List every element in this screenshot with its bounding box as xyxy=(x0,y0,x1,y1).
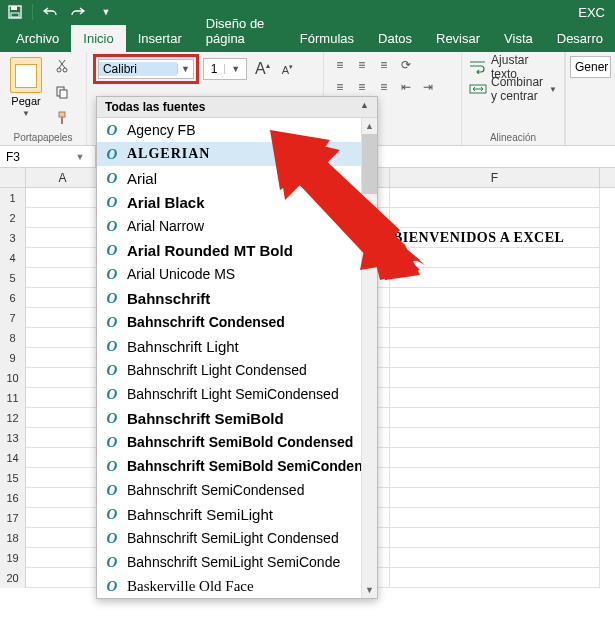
font-option[interactable]: OBahnschrift SemiBold xyxy=(97,406,377,430)
font-option[interactable]: OArial Unicode MS xyxy=(97,262,377,286)
indent-increase-button[interactable]: ⇥ xyxy=(418,78,438,96)
format-painter-button[interactable] xyxy=(50,108,74,128)
font-size-combo[interactable]: 1 ▼ xyxy=(203,58,247,80)
increase-font-button[interactable]: A▴ xyxy=(251,57,274,81)
align-middle-button[interactable]: ≡ xyxy=(352,56,372,74)
row-header[interactable]: 2 xyxy=(0,208,26,228)
font-option[interactable]: OBahnschrift Light Condensed xyxy=(97,358,377,382)
row-header[interactable]: 16 xyxy=(0,488,26,508)
cell[interactable] xyxy=(390,348,600,368)
cell[interactable] xyxy=(390,488,600,508)
cell[interactable] xyxy=(26,468,100,488)
cell[interactable] xyxy=(390,528,600,548)
align-right-button[interactable]: ≡ xyxy=(374,78,394,96)
font-option[interactable]: OBahnschrift SemiLight SemiConde xyxy=(97,550,377,574)
qat-customize-icon[interactable]: ▼ xyxy=(95,1,117,23)
cell[interactable] xyxy=(26,488,100,508)
font-option[interactable]: OBaskerville Old Face xyxy=(97,574,377,598)
cell[interactable] xyxy=(26,408,100,428)
tab-view[interactable]: Vista xyxy=(492,25,545,52)
row-header[interactable]: 7 xyxy=(0,308,26,328)
cut-button[interactable] xyxy=(50,56,74,76)
font-option[interactable]: OArial Rounded MT Bold xyxy=(97,238,377,262)
font-option[interactable]: OBahnschrift Condensed xyxy=(97,310,377,334)
copy-button[interactable] xyxy=(50,82,74,102)
scrollbar-thumb[interactable] xyxy=(362,134,377,194)
cell[interactable] xyxy=(390,328,600,348)
font-name-input[interactable] xyxy=(99,62,177,76)
cell[interactable] xyxy=(26,328,100,348)
font-option[interactable]: OArial Narrow xyxy=(97,214,377,238)
tab-formulas[interactable]: Fórmulas xyxy=(288,25,366,52)
tab-file[interactable]: Archivo xyxy=(4,25,71,52)
cell[interactable] xyxy=(390,468,600,488)
row-header[interactable]: 15 xyxy=(0,468,26,488)
font-option[interactable]: OBahnschrift Light SemiCondensed xyxy=(97,382,377,406)
save-icon[interactable] xyxy=(4,1,26,23)
tab-insert[interactable]: Insertar xyxy=(126,25,194,52)
cell[interactable] xyxy=(390,248,600,268)
row-header[interactable]: 9 xyxy=(0,348,26,368)
row-header[interactable]: 19 xyxy=(0,548,26,568)
font-option[interactable]: OBahnschrift SemiCondensed xyxy=(97,478,377,502)
cell[interactable] xyxy=(26,348,100,368)
row-header[interactable]: 18 xyxy=(0,528,26,548)
cell[interactable] xyxy=(390,428,600,448)
select-all-corner[interactable] xyxy=(0,168,26,187)
tab-developer[interactable]: Desarro xyxy=(545,25,615,52)
tab-layout[interactable]: Diseño de página xyxy=(194,10,288,52)
cell[interactable] xyxy=(26,388,100,408)
cell[interactable] xyxy=(390,188,600,208)
chevron-down-icon[interactable]: ▼ xyxy=(177,64,193,74)
cell[interactable] xyxy=(26,268,100,288)
row-header[interactable]: 13 xyxy=(0,428,26,448)
align-top-button[interactable]: ≡ xyxy=(330,56,350,74)
row-header[interactable]: 10 xyxy=(0,368,26,388)
font-option[interactable]: OBahnschrift SemiLight xyxy=(97,502,377,526)
scroll-up-button[interactable]: ▲ xyxy=(362,118,377,134)
tab-home[interactable]: Inicio xyxy=(71,25,125,52)
cell[interactable] xyxy=(26,308,100,328)
dropdown-scrollbar[interactable]: ▲ ▼ xyxy=(361,118,377,598)
font-option[interactable]: OBahnschrift SemiLight Condensed xyxy=(97,526,377,550)
row-header[interactable]: 12 xyxy=(0,408,26,428)
row-header[interactable]: 6 xyxy=(0,288,26,308)
cell[interactable] xyxy=(390,548,600,568)
col-header-a[interactable]: A xyxy=(26,168,100,187)
font-name-combo[interactable]: ▼ xyxy=(98,59,194,79)
tab-review[interactable]: Revisar xyxy=(424,25,492,52)
font-option[interactable]: OBahnschrift SemiBold SemiConden xyxy=(97,454,377,478)
number-format-combo[interactable]: Gener xyxy=(570,56,611,78)
font-option[interactable]: OBahnschrift Light xyxy=(97,334,377,358)
font-option[interactable]: OArial xyxy=(97,166,377,190)
align-left-button[interactable]: ≡ xyxy=(330,78,350,96)
cell[interactable] xyxy=(390,308,600,328)
row-header[interactable]: 8 xyxy=(0,328,26,348)
merge-center-button[interactable]: Combinar y centrar ▼ xyxy=(468,78,558,100)
font-option[interactable]: OALGERIAN xyxy=(97,142,377,166)
cell[interactable] xyxy=(26,548,100,568)
cell[interactable] xyxy=(390,568,600,588)
row-header[interactable]: 17 xyxy=(0,508,26,528)
font-option[interactable]: OBahnschrift SemiBold Condensed xyxy=(97,430,377,454)
cell[interactable] xyxy=(390,208,600,228)
cell[interactable] xyxy=(390,288,600,308)
cell[interactable] xyxy=(26,188,100,208)
cell[interactable] xyxy=(26,448,100,468)
font-option[interactable]: OArial Black xyxy=(97,190,377,214)
chevron-down-icon[interactable]: ▼ xyxy=(224,64,246,74)
row-header[interactable]: 4 xyxy=(0,248,26,268)
indent-decrease-button[interactable]: ⇤ xyxy=(396,78,416,96)
font-option[interactable]: OBahnschrift xyxy=(97,286,377,310)
cell[interactable] xyxy=(26,528,100,548)
tab-data[interactable]: Datos xyxy=(366,25,424,52)
row-header[interactable]: 11 xyxy=(0,388,26,408)
row-header[interactable]: 3 xyxy=(0,228,26,248)
paste-button[interactable]: Pegar ▼ xyxy=(6,56,46,128)
scroll-down-button[interactable]: ▼ xyxy=(362,582,377,598)
cell[interactable] xyxy=(390,408,600,428)
cell[interactable] xyxy=(26,248,100,268)
font-option[interactable]: OAgency FB xyxy=(97,118,377,142)
cell[interactable] xyxy=(390,388,600,408)
cell[interactable] xyxy=(26,228,100,248)
